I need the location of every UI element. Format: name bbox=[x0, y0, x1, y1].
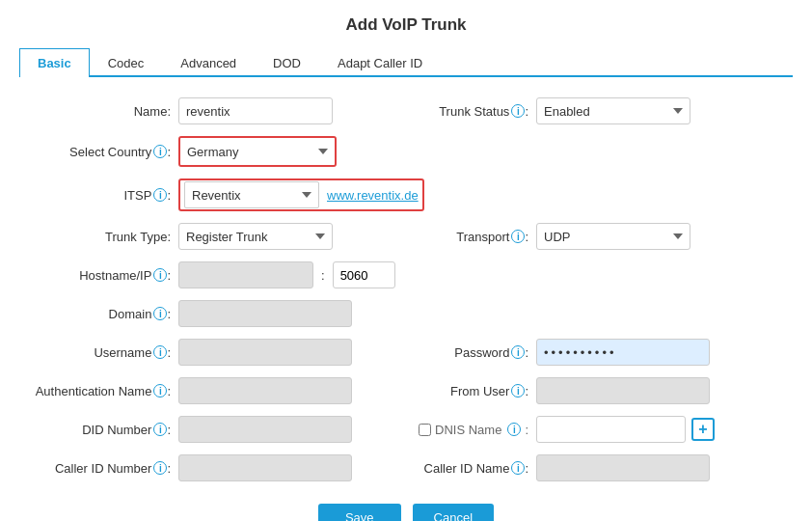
tab-codec[interactable]: Codec bbox=[90, 48, 163, 77]
itsp-label: ITSP bbox=[123, 188, 151, 203]
dnis-name-input[interactable] bbox=[536, 416, 686, 443]
tab-advanced[interactable]: Advanced bbox=[162, 48, 255, 77]
trunk-type-select[interactable]: Register Trunk Peer Trunk bbox=[178, 223, 333, 250]
tab-adapt-caller-id[interactable]: Adapt Caller ID bbox=[319, 48, 441, 77]
caller-id-number-input[interactable] bbox=[178, 454, 352, 481]
auth-name-label: Authentication Name bbox=[36, 384, 152, 398]
itsp-select[interactable]: Reventix bbox=[184, 181, 319, 208]
did-number-info-icon[interactable]: i bbox=[153, 423, 167, 436]
caller-id-number-info-icon[interactable]: i bbox=[153, 461, 167, 475]
name-input[interactable] bbox=[178, 97, 333, 124]
dnis-name-checkbox[interactable] bbox=[419, 424, 431, 436]
caller-id-name-label: Caller ID Name bbox=[424, 461, 510, 476]
select-country-info-icon[interactable]: i bbox=[153, 145, 167, 158]
domain-label: Domain bbox=[109, 307, 152, 321]
tab-basic[interactable]: Basic bbox=[19, 48, 90, 77]
did-number-input[interactable] bbox=[178, 416, 352, 443]
did-number-label: DID Number bbox=[82, 423, 151, 437]
domain-input[interactable] bbox=[178, 300, 352, 327]
caller-id-name-info-icon[interactable]: i bbox=[511, 461, 525, 475]
add-button[interactable]: + bbox=[691, 418, 715, 441]
auth-name-info-icon[interactable]: i bbox=[153, 384, 167, 398]
hostname-input[interactable] bbox=[178, 261, 313, 288]
transport-select[interactable]: UDP TCP TLS bbox=[536, 223, 690, 250]
dnis-name-label: DNIS Name bbox=[435, 423, 501, 437]
caller-id-number-label: Caller ID Number bbox=[55, 461, 151, 476]
tab-bar: Basic Codec Advanced DOD Adapt Caller ID bbox=[19, 48, 793, 77]
hostname-info-icon[interactable]: i bbox=[153, 268, 167, 282]
dnis-name-info-icon[interactable]: i bbox=[507, 423, 521, 436]
select-country-select[interactable]: Germany United States United Kingdom bbox=[180, 138, 335, 165]
password-info-icon[interactable]: i bbox=[511, 345, 525, 359]
port-input[interactable] bbox=[333, 261, 395, 288]
transport-info-icon[interactable]: i bbox=[511, 230, 525, 243]
transport-label: Transport bbox=[456, 230, 509, 244]
trunk-type-label: Trunk Type: bbox=[19, 230, 178, 244]
caller-id-name-input[interactable] bbox=[536, 454, 710, 481]
hostname-label: Hostname/IP bbox=[79, 268, 151, 283]
username-info-icon[interactable]: i bbox=[153, 345, 167, 359]
domain-info-icon[interactable]: i bbox=[153, 307, 167, 320]
itsp-info-icon[interactable]: i bbox=[153, 188, 167, 202]
select-country-label: Select Country bbox=[69, 145, 151, 159]
trunk-status-label: Trunk Status bbox=[439, 104, 509, 119]
dnis-name-checkbox-label: DNIS Name i : bbox=[419, 423, 528, 437]
from-user-input[interactable] bbox=[536, 377, 710, 404]
form-actions: Save Cancel bbox=[19, 504, 793, 521]
name-label: Name: bbox=[19, 104, 178, 119]
trunk-status-info-icon[interactable]: i bbox=[511, 104, 525, 118]
itsp-link[interactable]: www.reventix.de bbox=[327, 188, 419, 203]
trunk-status-select[interactable]: Enabled Disabled bbox=[536, 97, 690, 124]
auth-name-input[interactable] bbox=[178, 377, 352, 404]
tab-dod[interactable]: DOD bbox=[255, 48, 319, 77]
from-user-info-icon[interactable]: i bbox=[511, 384, 525, 398]
save-button[interactable]: Save bbox=[318, 504, 401, 521]
from-user-label: From User bbox=[450, 384, 509, 398]
page-title: Add VoIP Trunk bbox=[19, 15, 793, 35]
password-label: Password bbox=[454, 345, 509, 360]
cancel-button[interactable]: Cancel bbox=[413, 504, 494, 521]
password-input[interactable] bbox=[536, 339, 710, 366]
username-label: Username bbox=[94, 345, 151, 360]
username-input[interactable] bbox=[178, 339, 352, 366]
